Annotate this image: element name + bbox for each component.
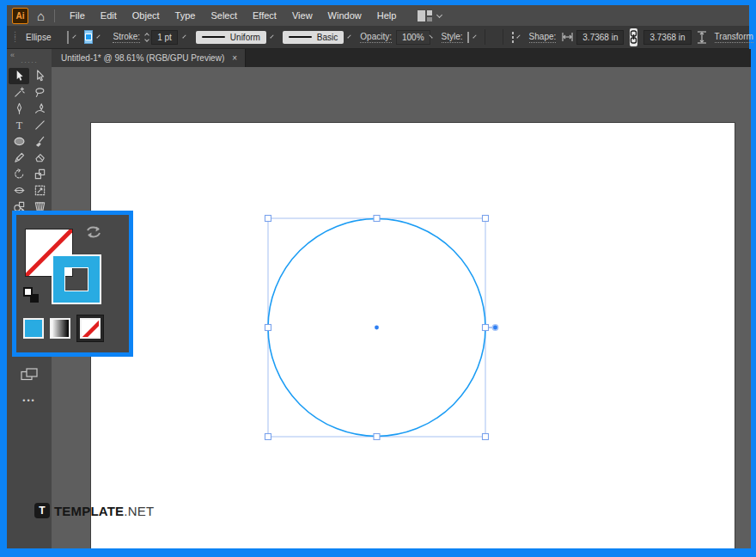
tool-free-transform[interactable] [29,182,50,199]
width-dimension-icon [562,33,573,41]
tool-paintbrush[interactable] [29,133,50,150]
tool-width[interactable] [9,182,29,199]
stroke-swatch[interactable] [52,254,101,304]
handle-bottom-left[interactable] [265,434,271,440]
swap-fill-stroke-icon[interactable] [84,223,103,244]
style-chevron-icon[interactable] [472,34,476,38]
close-tab-icon[interactable]: × [232,54,237,63]
graphic-style-swatch[interactable] [467,32,469,43]
stroke-weight-field[interactable]: 1 pt [151,30,178,45]
width-profile-select[interactable]: Uniform [196,31,266,44]
edit-toolbar-button[interactable]: ••• [7,396,52,405]
menu-view[interactable]: View [284,10,320,21]
tool-type[interactable]: T [9,117,29,133]
handle-top-left[interactable] [265,216,271,222]
handle-bottom-right[interactable] [483,434,489,440]
fill-dropdown-chevron-icon[interactable] [73,34,76,38]
shape-height-field[interactable]: 3.7368 in [643,30,691,45]
color-button[interactable] [23,318,44,339]
watermark: T TEMPLATE.NET [34,503,154,518]
none-button-active-frame [76,315,104,342]
tool-ellipse[interactable] [9,133,29,150]
watermark-text: TEMPLATE.NET [54,504,154,518]
chevron-down-icon [144,37,149,42]
menu-object[interactable]: Object [125,10,168,21]
menubar-divider [54,9,55,22]
color-mode-buttons [23,315,104,342]
menu-edit[interactable]: Edit [93,10,125,21]
handle-top-right[interactable] [483,216,489,222]
handle-middle-left[interactable] [265,325,271,331]
style-panel-link[interactable]: Style: [442,32,463,43]
workspace-switcher[interactable] [418,10,442,21]
document-area: Untitled-1* @ 98.61% (RGB/GPU Preview) × [52,49,751,548]
tools-grid: T [7,68,52,215]
handle-middle-right[interactable] [483,325,489,331]
tool-lasso[interactable] [29,84,50,101]
stroke-dropdown-chevron-icon[interactable] [97,34,101,38]
opacity-panel-link[interactable]: Opacity: [360,32,392,43]
transform-panel-link[interactable]: Transform [715,32,753,43]
tool-pen[interactable] [9,101,29,117]
menu-select[interactable]: Select [203,10,245,21]
menu-effect[interactable]: Effect [245,10,284,21]
tool-line-segment[interactable] [29,117,50,133]
handle-bottom-center[interactable] [374,434,380,440]
tool-scale[interactable] [29,166,50,182]
none-button[interactable] [80,318,101,339]
stroke-weight-stepper[interactable] [145,34,149,41]
center-anchor-point[interactable] [375,326,379,330]
home-icon[interactable]: ⌂ [37,9,45,22]
watermark-tld: .NET [124,504,154,518]
fill-stroke-callout [12,211,133,357]
panel-grip[interactable]: ⋮⋮ [11,33,18,42]
tool-direct-selection[interactable] [29,68,50,84]
document-tab[interactable]: Untitled-1* @ 98.61% (RGB/GPU Preview) × [52,49,246,67]
tool-eraser[interactable] [29,150,50,166]
illustrator-logo-icon[interactable]: Ai [12,8,28,24]
options-divider [503,29,503,45]
menu-type[interactable]: Type [168,10,204,21]
svg-text:T: T [15,119,22,132]
stroke-panel-link[interactable]: Stroke: [113,32,140,43]
options-divider [485,29,485,45]
stroke-color-well[interactable] [84,30,93,44]
shape-width-field[interactable]: 3.7368 in [576,30,624,45]
active-tool-label: Ellipse [26,33,51,42]
canvas-pasteboard[interactable] [52,67,751,548]
height-dimension-icon [698,31,706,44]
opacity-field[interactable]: 100% [396,30,430,45]
chevron-down-icon [436,11,442,17]
tool-shaper[interactable] [9,150,29,166]
constrain-proportions-icon[interactable] [630,28,637,46]
selection-overlay [52,67,749,548]
workspace-icon [418,10,432,21]
document-tab-strip: Untitled-1* @ 98.61% (RGB/GPU Preview) × [52,49,751,67]
handle-top-center[interactable] [374,216,380,222]
tool-artboard[interactable] [21,368,38,384]
stroke-profile-preview [202,36,225,38]
width-profile-chevron-icon[interactable] [270,34,273,38]
tool-rotate[interactable] [9,166,29,182]
tool-curvature[interactable] [29,101,50,117]
gradient-button[interactable] [50,318,70,339]
brush-select[interactable]: Basic [283,31,344,44]
pie-widget-handle[interactable] [492,325,497,330]
menu-help[interactable]: Help [369,10,405,21]
tool-magic-wand[interactable] [9,84,29,101]
brush-preview [289,36,312,38]
screenshot-frame: Ai ⌂ File Edit Object Type Select Effect… [0,0,756,557]
default-fill-stroke-icon[interactable] [23,287,39,303]
select-similar-chevron-icon[interactable] [516,34,520,38]
fill-color-well[interactable] [67,31,69,44]
shape-panel-link[interactable]: Shape: [529,32,557,43]
menu-bar: Ai ⌂ File Edit Object Type Select Effect… [7,5,749,26]
tool-selection[interactable] [9,68,29,84]
menu-window[interactable]: Window [320,10,369,21]
menu-file[interactable]: File [62,10,93,21]
brush-chevron-icon[interactable] [348,34,351,38]
template-net-logo-icon: T [34,503,50,518]
select-similar-icon[interactable] [512,32,514,43]
panel-drag-grip[interactable]: ····· [7,59,52,64]
stroke-weight-chevron-icon[interactable] [182,34,186,38]
